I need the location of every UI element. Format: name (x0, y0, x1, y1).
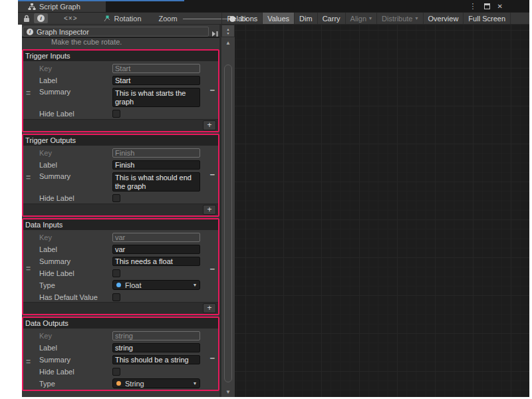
maximize-icon[interactable] (484, 3, 490, 9)
close-icon[interactable]: ✕ (497, 3, 503, 10)
edit-source-button[interactable]: <×> (64, 15, 78, 22)
toolbar-right-group: Relations Values Dim Carry Align▾ Distri… (221, 13, 511, 24)
type-dropdown[interactable]: Float ▾ (112, 280, 200, 290)
label-field[interactable]: string (112, 343, 200, 352)
summary-row: Summary This should be a string (23, 354, 218, 366)
hide-label-label: Hide Label (39, 368, 112, 376)
code-icon: <×> (64, 15, 78, 22)
type-label: Type (39, 380, 112, 388)
label-field[interactable]: Finish (112, 160, 200, 170)
graph-toolbar: i <×> Rotation Zoom 1x Relations Values … (18, 12, 529, 25)
align-dropdown[interactable]: Align▾ (345, 13, 376, 24)
type-dropdown[interactable]: String ▾ (112, 378, 200, 388)
label-label: Label (39, 76, 112, 84)
overview-button[interactable]: Overview (423, 13, 464, 24)
hide-label-label: Hide Label (39, 269, 112, 277)
values-button[interactable]: Values (262, 13, 294, 24)
dim-button[interactable]: Dim (294, 13, 317, 24)
stepper-down-icon[interactable]: ▼ (227, 31, 230, 35)
section-trigger-outputs: Trigger Outputs Key Finish Label Finish … (22, 134, 219, 217)
has-default-row: Has Default Value (23, 291, 218, 303)
hide-label-checkbox[interactable] (112, 269, 120, 277)
label-row: Label var (23, 243, 218, 255)
summary-row: Summary This is what should end the grap… (23, 171, 218, 192)
key-row: Key string (23, 330, 218, 342)
label-label: Label (39, 344, 112, 352)
rotation-label: Rotation (114, 15, 142, 23)
type-row: Type String ▾ (23, 377, 218, 390)
full-screen-button[interactable]: Full Screen (463, 13, 511, 24)
type-value: String (125, 380, 144, 388)
label-row: Label Start (23, 74, 218, 86)
remove-element-button[interactable]: − (209, 265, 215, 273)
section-footer: + (23, 119, 218, 131)
vertical-scrollbar[interactable]: ▲ ▼ ▲ ▼ (221, 25, 235, 397)
distribute-dropdown[interactable]: Distribute▾ (376, 13, 422, 24)
lock-button[interactable] (22, 15, 31, 23)
summary-field[interactable]: This needs a float (112, 257, 200, 266)
inspector-toggle-button[interactable]: i (34, 13, 48, 23)
float-type-icon (116, 283, 121, 287)
section-header: Data Outputs (23, 318, 218, 329)
label-row: Label Finish (23, 159, 218, 171)
section-header: Data Inputs (23, 219, 218, 230)
hide-label-checkbox[interactable] (112, 110, 120, 118)
graph-description-text: Make the cube rotate. (22, 37, 219, 47)
type-value: Float (125, 281, 141, 289)
summary-field[interactable]: This is what starts the graph (112, 88, 200, 107)
drag-handle[interactable]: = (26, 173, 31, 182)
label-label: Label (39, 161, 112, 169)
label-field[interactable]: var (112, 245, 200, 254)
section-footer: + (23, 302, 218, 314)
key-field: Start (112, 64, 200, 73)
chevron-down-icon: ▾ (194, 380, 196, 386)
drag-handle[interactable]: = (26, 264, 31, 273)
add-element-button[interactable]: + (203, 205, 216, 215)
scroll-down-icon[interactable]: ▼ (221, 389, 235, 395)
key-label: Key (39, 149, 112, 157)
zoom-label: Zoom (159, 15, 178, 23)
tab-bar: Script Graph ⋮ ✕ (18, 0, 529, 12)
remove-element-button[interactable]: − (209, 171, 215, 179)
summary-field[interactable]: This is what should end the graph (112, 172, 200, 192)
chevron-down-icon: ▾ (416, 15, 418, 21)
info-icon: i (37, 15, 45, 22)
tab-script-graph[interactable]: Script Graph (18, 1, 106, 12)
lock-icon (23, 15, 30, 23)
hide-label-checkbox[interactable] (112, 368, 120, 376)
section-header: Trigger Inputs (23, 51, 218, 61)
drag-handle[interactable]: = (26, 88, 31, 98)
summary-field[interactable]: This should be a string (112, 355, 200, 364)
graph-canvas[interactable] (235, 25, 529, 397)
graph-description-field[interactable]: Make the cube rotate. (22, 37, 219, 49)
section-trigger-inputs: Trigger Inputs Key Start Label Start Sum… (22, 49, 219, 132)
add-element-button[interactable]: + (203, 120, 216, 130)
summary-row: Summary This is what starts the graph (23, 86, 218, 108)
carry-button[interactable]: Carry (317, 13, 345, 24)
has-default-checkbox[interactable] (112, 293, 120, 301)
type-label: Type (39, 281, 112, 289)
add-element-button[interactable]: + (203, 303, 216, 313)
scroll-up-icon[interactable]: ▲ (221, 40, 235, 46)
summary-label: Summary (39, 356, 112, 364)
hide-label-row: Hide Label (23, 192, 218, 203)
scroll-stepper[interactable]: ▲ ▼ (221, 25, 235, 37)
relations-button[interactable]: Relations (221, 13, 262, 24)
type-row: Type Float ▾ (23, 279, 218, 291)
drag-handle[interactable]: = (26, 357, 31, 366)
scrollbar-thumb[interactable] (224, 65, 232, 382)
key-field: var (112, 233, 200, 242)
label-field[interactable]: Start (112, 76, 200, 85)
key-label: Key (39, 65, 112, 72)
graph-inspector-header: i Graph Inspector (23, 27, 209, 37)
key-field: string (112, 331, 200, 340)
remove-element-button[interactable]: − (209, 86, 215, 94)
hide-label-checkbox[interactable] (112, 194, 120, 202)
hide-label-row: Hide Label (23, 108, 218, 119)
toolbar-left-group: i <×> Rotation Zoom 1x (18, 13, 247, 24)
window-menu-icon[interactable]: ⋮ (469, 2, 477, 11)
key-label: Key (39, 233, 112, 241)
remove-element-button[interactable]: − (209, 354, 215, 362)
rotation-unit: Rotation (103, 15, 142, 23)
key-row: Key Start (23, 63, 218, 74)
